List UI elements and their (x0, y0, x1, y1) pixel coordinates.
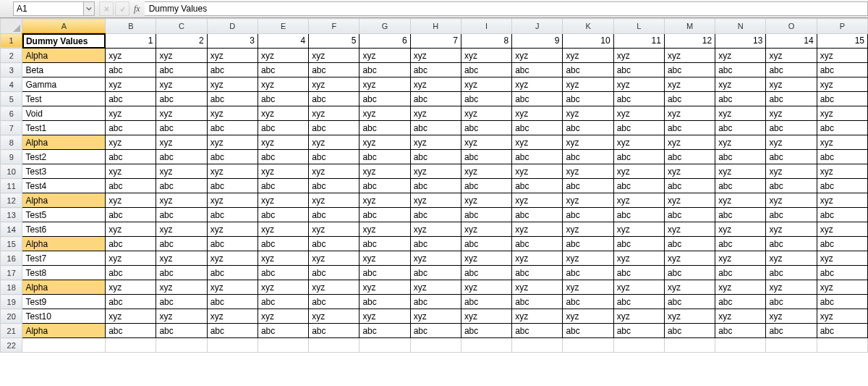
worksheet-grid[interactable]: ABCDEFGHIJKLMNOP1Dummy Values12345678910… (0, 18, 868, 353)
cell-K7[interactable]: abc (563, 121, 613, 135)
cell-J9[interactable]: abc (512, 150, 563, 164)
cell-F3[interactable]: abc (309, 63, 359, 77)
cell-H9[interactable]: abc (410, 150, 461, 164)
cell-L22[interactable] (613, 338, 664, 353)
cell-H12[interactable]: xyz (410, 193, 461, 208)
cell-E12[interactable]: xyz (258, 193, 308, 208)
cell-G6[interactable]: xyz (359, 106, 410, 121)
cell-F19[interactable]: abc (309, 295, 359, 309)
cell-N5[interactable]: abc (715, 92, 766, 106)
cell-D2[interactable]: xyz (207, 49, 258, 63)
cell-F10[interactable]: xyz (309, 164, 359, 179)
cell-H14[interactable]: xyz (410, 222, 461, 237)
cell-D12[interactable]: xyz (207, 193, 258, 208)
cell-G18[interactable]: xyz (359, 280, 410, 295)
cell-J11[interactable]: abc (512, 179, 563, 193)
cell-E4[interactable]: xyz (258, 77, 308, 92)
cell-E8[interactable]: xyz (258, 135, 308, 150)
cell-J1[interactable]: 9 (512, 33, 563, 49)
cell-L8[interactable]: xyz (613, 135, 664, 150)
cell-I16[interactable]: xyz (461, 251, 511, 266)
cell-D16[interactable]: xyz (207, 251, 258, 266)
cell-G10[interactable]: xyz (359, 164, 410, 179)
cell-E16[interactable]: xyz (258, 251, 308, 266)
cell-E5[interactable]: abc (258, 92, 308, 106)
cell-O7[interactable]: abc (766, 121, 817, 135)
cell-D19[interactable]: abc (207, 295, 258, 309)
cell-O19[interactable]: abc (766, 295, 817, 309)
cell-N4[interactable]: xyz (715, 77, 766, 92)
column-header-P[interactable]: P (817, 19, 867, 34)
cell-B20[interactable]: xyz (106, 309, 156, 324)
cell-A1[interactable]: Dummy Values (22, 33, 106, 49)
cell-H16[interactable]: xyz (410, 251, 461, 266)
row-header-19[interactable]: 19 (1, 295, 22, 309)
cell-I2[interactable]: xyz (461, 49, 511, 63)
cell-P3[interactable]: abc (817, 63, 867, 77)
cell-M12[interactable]: xyz (664, 193, 715, 208)
cell-B21[interactable]: abc (106, 324, 156, 338)
cell-J7[interactable]: abc (512, 121, 563, 135)
row-header-17[interactable]: 17 (1, 266, 22, 280)
cell-P16[interactable]: xyz (817, 251, 867, 266)
cell-N6[interactable]: xyz (715, 106, 766, 121)
cell-P7[interactable]: abc (817, 121, 867, 135)
cell-K20[interactable]: xyz (563, 309, 613, 324)
cell-C9[interactable]: abc (156, 150, 207, 164)
cell-O15[interactable]: abc (766, 237, 817, 251)
cell-K19[interactable]: abc (563, 295, 613, 309)
cell-B15[interactable]: abc (106, 237, 156, 251)
cell-M16[interactable]: xyz (664, 251, 715, 266)
cell-D20[interactable]: xyz (207, 309, 258, 324)
cell-O8[interactable]: xyz (766, 135, 817, 150)
cell-L16[interactable]: xyz (613, 251, 664, 266)
row-header-12[interactable]: 12 (1, 193, 22, 208)
cell-H7[interactable]: abc (410, 121, 461, 135)
cell-N13[interactable]: abc (715, 208, 766, 222)
name-box[interactable]: A1 (13, 1, 84, 16)
cell-B10[interactable]: xyz (106, 164, 156, 179)
cell-K10[interactable]: xyz (563, 164, 613, 179)
cell-A10[interactable]: Test3 (22, 164, 106, 179)
cell-O5[interactable]: abc (766, 92, 817, 106)
cell-O21[interactable]: abc (766, 324, 817, 338)
cell-C16[interactable]: xyz (156, 251, 207, 266)
column-header-F[interactable]: F (309, 19, 359, 34)
column-header-B[interactable]: B (106, 19, 156, 34)
cell-I1[interactable]: 8 (461, 33, 511, 49)
cell-M22[interactable] (664, 338, 715, 353)
cell-K22[interactable] (563, 338, 613, 353)
cell-K11[interactable]: abc (563, 179, 613, 193)
cell-H21[interactable]: abc (410, 324, 461, 338)
cell-K15[interactable]: abc (563, 237, 613, 251)
cell-I15[interactable]: abc (461, 237, 511, 251)
cell-H4[interactable]: xyz (410, 77, 461, 92)
cell-N8[interactable]: xyz (715, 135, 766, 150)
row-header-15[interactable]: 15 (1, 237, 22, 251)
cell-F18[interactable]: xyz (309, 280, 359, 295)
cell-A3[interactable]: Beta (22, 63, 106, 77)
column-header-H[interactable]: H (410, 19, 461, 34)
cell-H22[interactable] (410, 338, 461, 353)
cell-B7[interactable]: abc (106, 121, 156, 135)
column-header-I[interactable]: I (461, 19, 511, 34)
cell-G8[interactable]: xyz (359, 135, 410, 150)
cell-O2[interactable]: xyz (766, 49, 817, 63)
cell-L19[interactable]: abc (613, 295, 664, 309)
cell-M11[interactable]: abc (664, 179, 715, 193)
column-header-E[interactable]: E (258, 19, 308, 34)
cell-D9[interactable]: abc (207, 150, 258, 164)
row-header-1[interactable]: 1 (1, 33, 22, 49)
cell-E15[interactable]: abc (258, 237, 308, 251)
cell-I3[interactable]: abc (461, 63, 511, 77)
cell-L21[interactable]: abc (613, 324, 664, 338)
cell-K12[interactable]: xyz (563, 193, 613, 208)
cell-N21[interactable]: abc (715, 324, 766, 338)
cell-K18[interactable]: xyz (563, 280, 613, 295)
cell-A20[interactable]: Test10 (22, 309, 106, 324)
cell-D6[interactable]: xyz (207, 106, 258, 121)
cell-H3[interactable]: abc (410, 63, 461, 77)
cell-A6[interactable]: Void (22, 106, 106, 121)
cell-M3[interactable]: abc (664, 63, 715, 77)
cell-A4[interactable]: Gamma (22, 77, 106, 92)
